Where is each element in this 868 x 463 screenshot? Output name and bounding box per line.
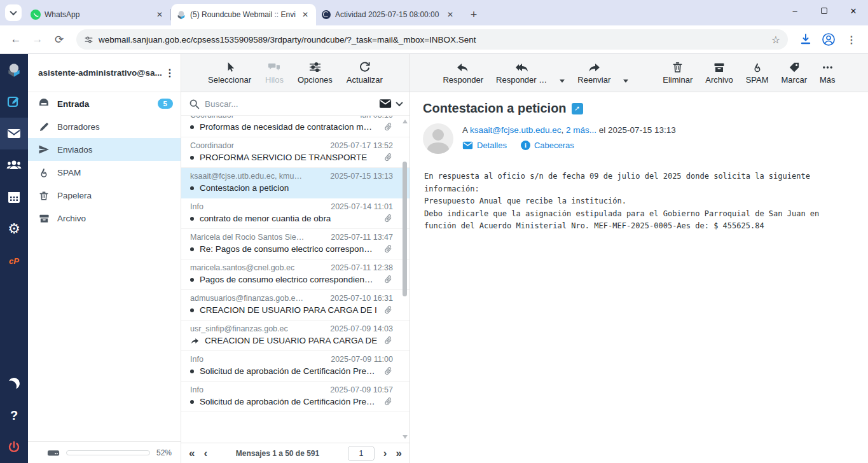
- address-bar[interactable]: webmail.sanjuan.gob.ec/cpsess1535909589/…: [76, 29, 788, 50]
- tab-title: WhatsApp: [45, 10, 150, 19]
- folder-label: Archivo: [57, 214, 173, 223]
- message-row[interactable]: Info2025-07-09 10:57 Solicitud de aproba…: [181, 382, 410, 412]
- scroll-up-arrow[interactable]: [403, 120, 408, 123]
- search-options-chevron[interactable]: [397, 101, 402, 106]
- downloads-button[interactable]: [796, 29, 816, 50]
- refresh-icon: [359, 61, 371, 73]
- message-body: En respuesta al oficio s/n de fecha 09 d…: [424, 170, 855, 233]
- message-row[interactable]: Maricela del Rocio Santos Sie…2025-07-11…: [181, 229, 410, 259]
- message-row[interactable]: Info2025-07-14 11:01 contrato de menor c…: [181, 198, 410, 229]
- message-row[interactable]: Coordinador2025-07-17 13:52 PROFORMA SER…: [181, 137, 410, 168]
- quota-percent: 52%: [156, 448, 172, 457]
- browser-tab-whatsapp[interactable]: WhatsApp ✕: [25, 4, 170, 25]
- message-row-selected[interactable]: ksaait@fcjse.utb.edu.ec, kmu…2025-07-15 …: [181, 168, 410, 198]
- pagination-summary: Mensajes 1 a 50 de 591: [216, 449, 339, 458]
- calendar-nav-button[interactable]: [0, 181, 28, 213]
- mail-nav-button[interactable]: [0, 118, 28, 149]
- page-number-input[interactable]: 1: [348, 446, 375, 461]
- archive-box-icon: [38, 212, 50, 224]
- browser-tab-roundcube[interactable]: (5) Roundcube Webmail :: Envia ✕: [171, 4, 316, 25]
- message-row[interactable]: Coordinadorlun 08:19 Proformas de necesi…: [181, 116, 410, 137]
- url-text[interactable]: webmail.sanjuan.gob.ec/cpsess1535909589/…: [99, 35, 771, 45]
- message-row[interactable]: usr_sinfip@finanzas.gob.ec2025-07-09 14:…: [181, 321, 410, 351]
- select-button[interactable]: Seleccionar: [208, 61, 251, 85]
- more-recipients-link[interactable]: 2 más...: [566, 125, 596, 135]
- dark-mode-button[interactable]: [0, 368, 28, 399]
- compose-button[interactable]: [0, 86, 28, 118]
- close-tab-icon[interactable]: ✕: [154, 9, 165, 20]
- folder-column: asistente-administrativo@sa... ⋮ Entrada…: [28, 54, 181, 463]
- threads-button[interactable]: Hilos: [265, 61, 284, 85]
- reply-all-button[interactable]: Responder …: [496, 62, 547, 85]
- scrollbar-thumb[interactable]: [403, 162, 407, 296]
- more-button[interactable]: Más: [820, 62, 836, 85]
- settings-nav-button[interactable]: ⚙: [0, 213, 28, 245]
- browser-tab-actividad[interactable]: Actividad 2025-07-15 08:00:00 ✕: [316, 4, 461, 25]
- pointer-icon: [224, 61, 236, 73]
- close-tab-icon[interactable]: ✕: [444, 9, 456, 20]
- trash-icon: [672, 61, 683, 73]
- message-subject: Contestacion a peticion: [423, 101, 567, 116]
- next-page-button[interactable]: ›: [383, 447, 387, 460]
- unread-dot: [190, 186, 194, 190]
- new-tab-button[interactable]: +: [465, 6, 483, 24]
- sidebar-item-entrada[interactable]: Entrada 5: [28, 92, 181, 115]
- contacts-nav-button[interactable]: [0, 149, 28, 181]
- open-in-new-window-icon[interactable]: ➚: [572, 103, 583, 114]
- sidebar-item-borradores[interactable]: Borradores: [28, 115, 181, 138]
- last-page-button[interactable]: »: [396, 447, 402, 460]
- spam-button[interactable]: SPAM: [746, 62, 769, 85]
- activity-icon: [321, 10, 331, 20]
- details-toggle[interactable]: Detalles: [462, 141, 507, 150]
- search-input[interactable]: [205, 99, 374, 109]
- message-row[interactable]: Info2025-07-09 11:00 Solicitud de aproba…: [181, 351, 410, 382]
- help-button[interactable]: ?: [0, 399, 28, 431]
- message-row[interactable]: maricela.santos@cnel.gob.ec2025-07-11 12…: [181, 259, 410, 290]
- account-header: asistente-administrativo@sa... ⋮: [28, 54, 181, 92]
- logout-button[interactable]: [0, 431, 28, 463]
- site-settings-icon[interactable]: [84, 35, 93, 45]
- reload-button[interactable]: ⟳: [50, 30, 69, 49]
- delete-button[interactable]: Eliminar: [663, 61, 692, 85]
- profile-button[interactable]: [818, 29, 839, 50]
- first-page-button[interactable]: «: [189, 447, 195, 460]
- message-row[interactable]: admusuarios@finanzas.gob.e…2025-07-10 16…: [181, 290, 410, 321]
- close-tab-icon[interactable]: ✕: [300, 9, 311, 20]
- forward-dropdown-caret[interactable]: [623, 79, 628, 83]
- window-controls: – ✕: [780, 0, 868, 22]
- sidebar-item-archivo[interactable]: Archivo: [28, 207, 181, 230]
- recipient-link[interactable]: ksaait@fcjse.utb.edu.ec: [470, 125, 561, 135]
- options-button[interactable]: Opciones: [298, 61, 333, 85]
- message-rows: Coordinadorlun 08:19 Proformas de necesi…: [181, 116, 410, 443]
- reply-all-dropdown-caret[interactable]: [560, 79, 565, 83]
- forward-button[interactable]: Reenviar: [577, 62, 610, 85]
- restore-button[interactable]: [809, 0, 839, 22]
- archive-button[interactable]: Archivo: [705, 62, 733, 85]
- scroll-down-arrow[interactable]: [403, 435, 408, 439]
- cpanel-link[interactable]: cP: [0, 245, 28, 277]
- mark-button[interactable]: Marcar: [782, 62, 807, 85]
- sidebar-item-spam[interactable]: SPAM: [28, 161, 181, 184]
- browser-menu-button[interactable]: ⋮: [841, 29, 862, 50]
- reply-button[interactable]: Responder: [443, 62, 483, 85]
- account-menu-button[interactable]: ⋮: [163, 67, 177, 79]
- close-window-button[interactable]: ✕: [839, 0, 868, 22]
- unread-dot: [190, 400, 194, 404]
- bookmark-star-icon[interactable]: ☆: [771, 34, 780, 46]
- sidebar-item-papelera[interactable]: Papelera: [28, 184, 181, 207]
- send-icon: [38, 144, 50, 155]
- minimize-button[interactable]: –: [780, 0, 809, 22]
- list-scrollbar[interactable]: [401, 116, 409, 443]
- headers-toggle[interactable]: i Cabeceras: [521, 141, 574, 150]
- info-icon: i: [521, 141, 530, 150]
- sidebar-item-enviados[interactable]: Enviados: [28, 138, 181, 161]
- search-scope-mail-icon[interactable]: [379, 99, 392, 109]
- archive-box-icon: [713, 62, 725, 73]
- refresh-button[interactable]: Actualizar: [347, 61, 383, 85]
- tab-search-button[interactable]: [5, 4, 22, 21]
- forward-button[interactable]: →: [28, 30, 47, 49]
- back-button[interactable]: ←: [6, 30, 25, 49]
- prev-page-button[interactable]: ‹: [203, 447, 207, 460]
- tab-title: Actividad 2025-07-15 08:00:00: [335, 10, 441, 19]
- attachment-icon: [383, 366, 393, 376]
